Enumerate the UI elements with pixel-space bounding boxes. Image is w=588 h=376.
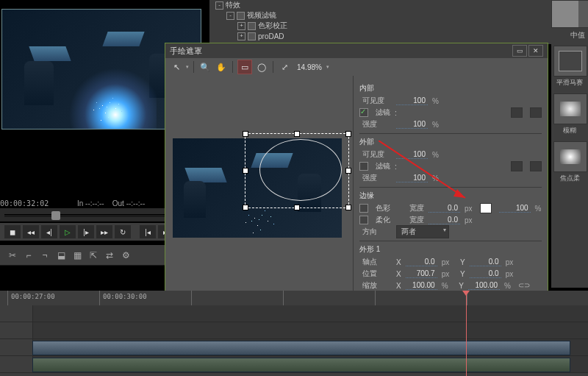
export-icon[interactable]: ⇱ <box>87 249 100 262</box>
strength-value[interactable]: 100 <box>396 120 428 129</box>
direction-label: 方向 <box>359 227 392 237</box>
grid-icon[interactable]: ▦ <box>71 249 84 262</box>
filter-label: 滤镜 <box>376 107 390 118</box>
tree-item-label[interactable]: 视频滤镜 <box>247 10 276 21</box>
filter-label: 滤镜 <box>376 161 390 171</box>
close-button[interactable]: ✕ <box>528 45 543 57</box>
in-out-display: In --:--:-- Out --:--:-- <box>77 199 145 207</box>
mark-out-icon[interactable]: ¬ <box>38 249 51 262</box>
soften-value[interactable]: 0.0 <box>429 216 460 224</box>
cut-icon[interactable]: ✂ <box>6 249 19 262</box>
loop-button[interactable]: ↻ <box>115 225 131 238</box>
timeline-track[interactable] <box>0 356 588 373</box>
dialog-titlebar[interactable]: 手绘遮罩 ▭ ✕ <box>165 43 548 58</box>
prev-marker-button[interactable]: |◂ <box>140 225 156 238</box>
resize-handle[interactable] <box>345 131 351 137</box>
width-value[interactable]: 0.0 <box>429 204 460 213</box>
edge-pct-value[interactable]: 100 <box>499 204 531 213</box>
scale-y-value[interactable]: 100.00 <box>468 281 500 290</box>
effect-item[interactable]: 平滑马赛 <box>553 46 586 88</box>
settings-icon[interactable]: ⚙ <box>119 249 132 262</box>
link-aspect-icon[interactable]: ⊂⊃ <box>518 281 530 290</box>
color-swatch[interactable] <box>480 203 492 213</box>
track-head[interactable] <box>0 339 33 355</box>
resize-handle[interactable] <box>345 205 351 210</box>
zoom-value[interactable]: 14.98% <box>297 63 322 71</box>
mark-in-icon[interactable]: ⌐ <box>22 249 35 262</box>
mask-ellipse[interactable] <box>259 139 342 201</box>
tree-checkbox[interactable] <box>237 12 245 20</box>
pointer-tool[interactable]: ↖ <box>170 60 183 74</box>
tree-item-label[interactable]: 色彩校正 <box>258 21 287 31</box>
tree-item-label[interactable]: proDAD <box>258 32 284 40</box>
resize-handle[interactable] <box>294 205 300 210</box>
add-filter-button[interactable] <box>511 161 523 171</box>
audio-clip[interactable] <box>32 358 570 372</box>
ffwd-button[interactable]: ▸▸ <box>96 225 112 238</box>
timeline-ruler[interactable]: 00:00:27:00 00:00:30:00 <box>7 291 588 306</box>
mask-canvas-area[interactable] <box>165 76 353 324</box>
rect-tool[interactable]: ▭ <box>237 60 252 74</box>
tree-collapse-icon[interactable]: - <box>215 1 223 10</box>
link-icon[interactable]: ⇄ <box>103 249 116 262</box>
track-head[interactable] <box>0 322 33 338</box>
strength-value[interactable]: 100 <box>396 174 428 182</box>
properties-panel: 内部 可见度100% 滤镜: 强度100% 外部 可见度100% 滤镜: 强度1… <box>353 76 548 324</box>
filter-checkbox[interactable] <box>359 162 368 171</box>
float-button[interactable]: ▭ <box>512 45 527 57</box>
expand-icon[interactable]: ⤢ <box>278 60 291 74</box>
track-head[interactable] <box>0 305 33 322</box>
step-fwd-button[interactable]: |▸ <box>78 225 94 238</box>
remove-filter-button[interactable] <box>530 107 542 118</box>
tree-checkbox[interactable] <box>248 22 256 30</box>
resize-handle[interactable] <box>243 168 248 174</box>
group-inner-label: 内部 <box>359 83 542 93</box>
main-timeline: 00:00:27:00 00:00:30:00 <box>0 291 588 376</box>
filter-checkbox[interactable] <box>359 108 368 117</box>
video-clip[interactable] <box>32 341 570 355</box>
soften-checkbox[interactable] <box>359 216 368 224</box>
hand-tool[interactable]: ✋ <box>215 60 228 74</box>
playhead[interactable] <box>466 291 467 376</box>
zoom-tool[interactable]: 🔍 <box>198 60 212 74</box>
tree-checkbox[interactable] <box>248 32 256 40</box>
visibility-value[interactable]: 100 <box>396 96 428 105</box>
color-label: 色彩 <box>376 203 390 213</box>
play-button[interactable]: ▷ <box>60 225 76 238</box>
ellipse-tool[interactable]: ◯ <box>255 60 268 74</box>
scale-x-value[interactable]: 100.00 <box>406 281 437 290</box>
effect-item[interactable]: 中值 <box>551 0 588 40</box>
timeline-track[interactable] <box>0 322 588 339</box>
resize-handle[interactable] <box>294 131 300 137</box>
add-filter-button[interactable] <box>511 107 523 118</box>
track-head[interactable] <box>0 356 33 372</box>
anchor-y-value[interactable]: 0.0 <box>470 258 501 266</box>
position-label: 位置 <box>359 269 392 279</box>
timeline-track[interactable] <box>0 339 588 356</box>
resize-handle[interactable] <box>243 131 248 137</box>
tree-expand-icon[interactable]: + <box>237 32 245 40</box>
width-label: 宽度 <box>409 215 424 225</box>
effects-tree[interactable]: -特效 -视频滤镜 +色彩校正 +proDAD <box>215 0 340 41</box>
step-back-button[interactable]: ◂| <box>41 225 57 238</box>
tree-expand-icon[interactable]: + <box>237 22 245 30</box>
tree-collapse-icon[interactable]: - <box>226 12 234 20</box>
dialog-toolbar: ↖▾ 🔍 ✋ ▭ ◯ ⤢ 14.98%▾ <box>165 58 548 77</box>
direction-dropdown[interactable]: 两者 <box>396 225 449 238</box>
group-edge-label: 边缘 <box>359 191 542 201</box>
color-checkbox[interactable] <box>359 204 368 213</box>
anchor-x-value[interactable]: 0.0 <box>406 258 437 266</box>
stop-button[interactable]: ◼ <box>4 225 21 238</box>
timeline-track[interactable] <box>0 305 588 322</box>
resize-handle[interactable] <box>243 205 248 210</box>
position-x-value[interactable]: 700.7 <box>406 269 437 278</box>
resize-handle[interactable] <box>345 168 351 174</box>
position-y-value[interactable]: 0.0 <box>470 269 501 278</box>
effect-item[interactable]: 焦点柔 <box>553 141 586 183</box>
effects-side-column: 平滑马赛 模糊 焦点柔 <box>551 43 588 288</box>
rewind-button[interactable]: ◂◂ <box>23 225 39 238</box>
effect-item[interactable]: 模糊 <box>553 93 586 135</box>
visibility-value[interactable]: 100 <box>396 150 428 159</box>
marker-icon[interactable]: ⬓ <box>54 249 68 262</box>
remove-filter-button[interactable] <box>530 161 542 171</box>
